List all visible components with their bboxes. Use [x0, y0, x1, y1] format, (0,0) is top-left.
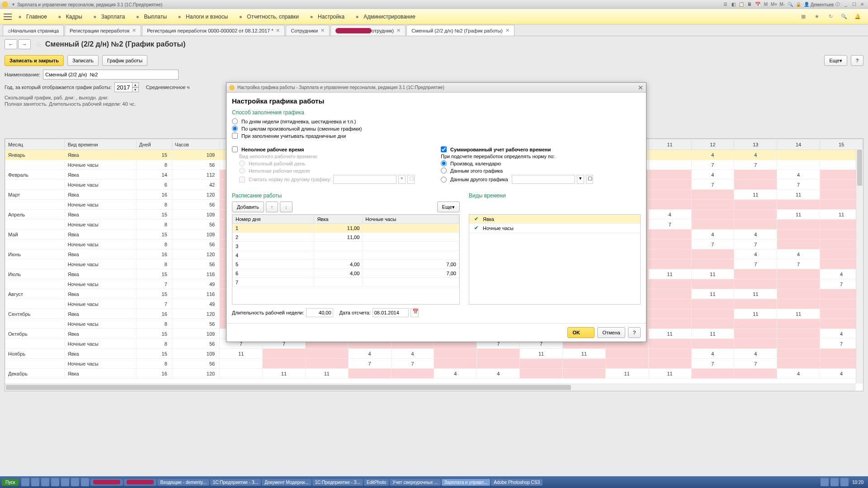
taskbar-item[interactable]: Adobe Photoshop CS3	[491, 479, 542, 486]
table-row[interactable]: НоябрьЯвка151091144111144	[5, 349, 863, 359]
move-down-button[interactable]: ↓	[280, 202, 292, 212]
menu-home[interactable]: ●Главное	[16, 13, 47, 20]
table-row[interactable]: Ночные часы8567777	[5, 359, 863, 369]
tab-close-icon[interactable]: ✕	[276, 28, 280, 33]
toolbar-icon[interactable]: ☰	[722, 1, 728, 8]
vertical-scrollbar[interactable]	[856, 150, 863, 384]
name-input[interactable]	[43, 70, 179, 80]
spin-down-icon[interactable]: ▼	[132, 87, 139, 92]
toolbar-icon[interactable]: M+	[771, 1, 777, 8]
table-row[interactable]: ДекабрьЯвка16120111144111144	[5, 369, 863, 379]
spin-up-icon[interactable]: ▲	[132, 82, 139, 87]
menu-wrench[interactable]: ●Настройка	[308, 13, 344, 20]
search-icon[interactable]: 🔍	[840, 13, 848, 21]
type-row[interactable]: ✔Ночные часы	[469, 224, 640, 233]
quicklaunch-icon[interactable]	[31, 478, 39, 486]
menu-doc[interactable]: ●Отчетность, справки	[237, 13, 299, 20]
taskbar-item[interactable]	[124, 479, 156, 486]
nav-back-button[interactable]: ←	[5, 39, 17, 49]
radio-prod-calendar[interactable]	[441, 160, 447, 166]
sched-row[interactable]: 64,007,00	[233, 269, 459, 278]
taskbar-item[interactable]	[90, 479, 123, 486]
toolbar-icon[interactable]: 📅	[755, 1, 761, 8]
tab-close-icon[interactable]: ✕	[505, 28, 509, 33]
toolbar-icon[interactable]: 📋	[738, 1, 745, 8]
dialog-close-icon[interactable]: ✕	[638, 84, 643, 91]
dialog-help-button[interactable]: ?	[628, 327, 641, 338]
schedule-button[interactable]: График работы	[102, 55, 147, 66]
checkmark-icon[interactable]: ✔	[469, 225, 483, 231]
taskbar-item[interactable]: 1С:Предприятие - З...	[312, 479, 363, 486]
radio-this-schedule[interactable]	[441, 168, 447, 174]
tray-icon[interactable]	[821, 478, 829, 486]
quicklaunch-icon[interactable]	[61, 478, 69, 486]
start-date-input[interactable]	[373, 308, 409, 317]
maximize-icon[interactable]: ☐	[851, 1, 857, 8]
start-button[interactable]: Пуск	[2, 479, 19, 486]
menu-list[interactable]: ●Зарплата	[91, 13, 125, 20]
quicklaunch-icon[interactable]	[51, 478, 59, 486]
close-icon[interactable]: ✕	[859, 1, 865, 8]
favorite-star-icon[interactable]: ☆	[35, 40, 42, 49]
open-icon[interactable]: ▢	[586, 175, 593, 184]
toolbar-icon[interactable]: ◧	[730, 1, 736, 8]
taskbar-item[interactable]: Учет сверхурочных ...	[390, 479, 440, 486]
tab[interactable]: ⌂ Начальная страница	[3, 25, 64, 36]
sched-row[interactable]: 4	[233, 251, 459, 260]
quicklaunch-icon[interactable]	[81, 478, 89, 486]
taskbar-item[interactable]: Зарплата и управл...	[442, 479, 491, 486]
tray-icon[interactable]	[840, 478, 849, 486]
hamburger-icon[interactable]	[4, 14, 12, 20]
help-button[interactable]: ?	[851, 55, 863, 66]
cancel-button[interactable]: Отмена	[597, 327, 625, 338]
checkmark-icon[interactable]: ✔	[469, 216, 483, 222]
horizontal-scrollbar[interactable]	[5, 384, 856, 391]
sched-row[interactable]: 3	[233, 242, 459, 251]
radio-other-schedule[interactable]	[441, 177, 447, 183]
tab[interactable]: Регистрация переработок 0000-000002 от 0…	[142, 25, 285, 36]
quicklaunch-icon[interactable]	[21, 478, 29, 486]
sched-row[interactable]: 111,00	[233, 224, 459, 233]
taskbar-item[interactable]: Документ Модерни...	[262, 479, 311, 486]
tab-close-icon[interactable]: ✕	[396, 28, 401, 33]
menu-gear[interactable]: ●Администрирование	[354, 13, 415, 20]
toolbar-icon[interactable]: M-	[779, 1, 785, 8]
menu-wallet[interactable]: ●Выплаты	[134, 13, 167, 20]
tab[interactable]: Сотрудники✕	[286, 25, 330, 36]
zoom-icon[interactable]: 🔍	[787, 1, 793, 8]
nav-forward-button[interactable]: →	[18, 39, 31, 49]
info-icon[interactable]: ⓘ	[835, 1, 841, 8]
star-icon[interactable]: ★	[813, 13, 821, 21]
menu-people[interactable]: ●Кадры	[56, 13, 82, 20]
tab-close-icon[interactable]: ✕	[321, 28, 325, 33]
tab[interactable]: Регистрации переработок✕	[65, 25, 141, 36]
week-length-input[interactable]	[306, 308, 333, 317]
toolbar-icon[interactable]: M	[763, 1, 769, 8]
taskbar-item[interactable]: 1С:Предприятие - З...	[210, 479, 261, 486]
save-button[interactable]: Записать	[67, 55, 99, 66]
year-input[interactable]	[114, 82, 132, 92]
ok-button[interactable]: OK	[567, 327, 594, 338]
year-spinner[interactable]: ▲▼	[114, 82, 139, 92]
radio-by-cycle[interactable]	[232, 126, 238, 131]
checkbox-sum-time[interactable]	[441, 146, 447, 152]
quicklaunch-icon[interactable]	[71, 478, 79, 486]
sched-row[interactable]: 7	[233, 278, 459, 287]
tab[interactable]: Сменный (2/2 д/н) №2 (График работы)✕	[406, 25, 514, 36]
sched-more-button[interactable]: Еще ▾	[437, 202, 460, 212]
tab-close-icon[interactable]: ✕	[132, 28, 136, 33]
sched-row[interactable]: 54,007,00	[233, 260, 459, 269]
taskbar-item[interactable]: Входящие - dementy...	[157, 479, 209, 486]
more-button[interactable]: Еще ▾	[824, 55, 847, 66]
move-up-button[interactable]: ↑	[266, 202, 278, 212]
checkbox-parttime[interactable]	[232, 146, 238, 152]
checkbox-holidays[interactable]	[232, 133, 238, 139]
calendar-icon[interactable]: 📅	[410, 308, 419, 317]
taskbar-item[interactable]: EditPhoto	[364, 479, 389, 486]
apps-icon[interactable]: ▦	[799, 13, 807, 21]
minimize-icon[interactable]: _	[843, 1, 849, 8]
app-dropdown-icon[interactable]: ▾	[10, 1, 16, 8]
quicklaunch-icon[interactable]	[41, 478, 49, 486]
dropdown-icon[interactable]: ▾	[577, 175, 584, 184]
sched-row[interactable]: 211,00	[233, 233, 459, 242]
